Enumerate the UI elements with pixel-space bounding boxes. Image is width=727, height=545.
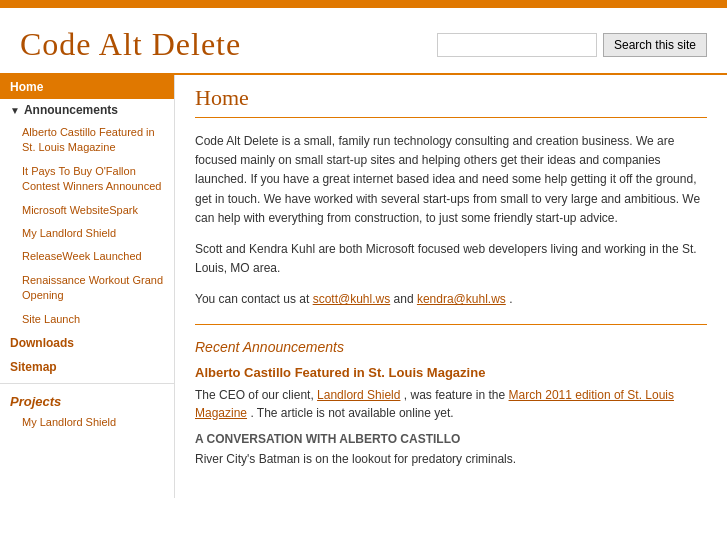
announcement-1-mid: , was feature in the <box>404 388 509 402</box>
sidebar: Home ▼ Announcements Alberto Castillo Fe… <box>0 75 175 498</box>
main-content: Home Code Alt Delete is a small, family … <box>175 75 727 498</box>
sidebar-item-releaseweek[interactable]: ReleaseWeek Launched <box>0 245 174 268</box>
sidebar-item-renaissance[interactable]: Renaissance Workout Grand Opening <box>0 269 174 308</box>
content-divider <box>195 324 707 325</box>
announcement-1-suffix: . The article is not available online ye… <box>250 406 453 420</box>
sidebar-item-home[interactable]: Home <box>0 75 174 99</box>
intro-paragraph-2: Scott and Kendra Kuhl are both Microsoft… <box>195 240 707 278</box>
announcement-2-subtitle: A CONVERSATION WITH ALBERTO CASTILLO <box>195 432 707 446</box>
announcement-1-body: The CEO of our client, Landlord Shield ,… <box>195 386 707 422</box>
sidebar-item-alberto[interactable]: Alberto Castillo Featured in St. Louis M… <box>0 121 174 160</box>
email-link-kendra[interactable]: kendra@kuhl.ws <box>417 292 506 306</box>
announcement-2-text: River City's Batman is on the lookout fo… <box>195 450 707 468</box>
contact-paragraph: You can contact us at scott@kuhl.ws and … <box>195 290 707 309</box>
announcement-1-prefix: The CEO of our client, <box>195 388 317 402</box>
search-area: Search this site <box>437 33 707 57</box>
sidebar-item-microsoft[interactable]: Microsoft WebsiteSpark <box>0 199 174 222</box>
email-link-scott[interactable]: scott@kuhl.ws <box>313 292 391 306</box>
sidebar-item-my-landlord-shield[interactable]: My Landlord Shield <box>0 411 174 434</box>
top-bar <box>0 0 727 8</box>
contact-period: . <box>509 292 512 306</box>
announcements-label: Announcements <box>24 103 118 117</box>
recent-announcements-title: Recent Announcements <box>195 339 707 355</box>
header: Code Alt Delete Search this site <box>0 8 727 75</box>
announcement-1-title[interactable]: Alberto Castillo Featured in St. Louis M… <box>195 365 707 380</box>
layout: Home ▼ Announcements Alberto Castillo Fe… <box>0 75 727 498</box>
landlord-shield-link[interactable]: Landlord Shield <box>317 388 400 402</box>
sidebar-item-sitelaunch[interactable]: Site Launch <box>0 308 174 331</box>
sidebar-item-sitemap[interactable]: Sitemap <box>0 355 174 379</box>
page-title: Home <box>195 85 707 118</box>
site-title: Code Alt Delete <box>20 26 241 63</box>
sidebar-divider <box>0 383 174 384</box>
sidebar-announcements-header: ▼ Announcements <box>0 99 174 121</box>
sidebar-item-downloads[interactable]: Downloads <box>0 331 174 355</box>
arrow-icon: ▼ <box>10 105 20 116</box>
contact-and: and <box>394 292 417 306</box>
search-button[interactable]: Search this site <box>603 33 707 57</box>
sidebar-projects-title: Projects <box>0 388 174 411</box>
intro-paragraph-1: Code Alt Delete is a small, family run t… <box>195 132 707 228</box>
sidebar-item-landlord[interactable]: My Landlord Shield <box>0 222 174 245</box>
search-input[interactable] <box>437 33 597 57</box>
sidebar-item-ofallon[interactable]: It Pays To Buy O'Fallon Contest Winners … <box>0 160 174 199</box>
contact-prefix: You can contact us at <box>195 292 309 306</box>
